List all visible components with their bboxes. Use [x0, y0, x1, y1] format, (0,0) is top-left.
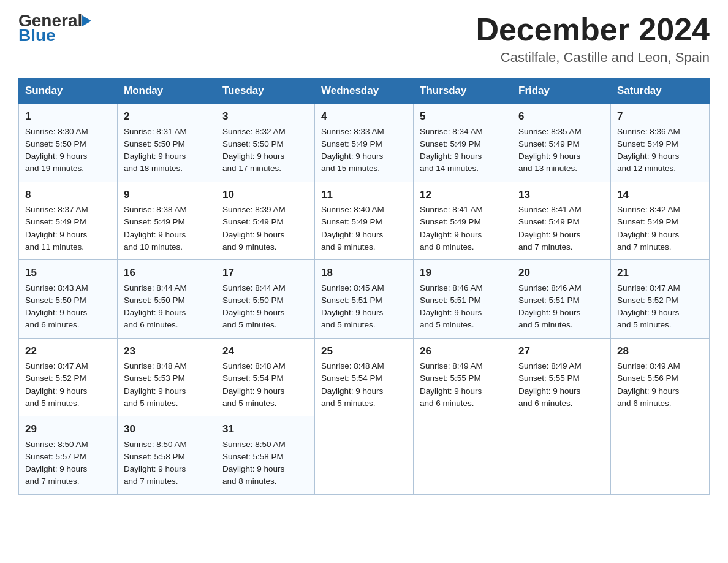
daylight-label: Daylight: 9 hours [124, 308, 186, 317]
calendar-cell [512, 416, 611, 495]
sunrise-label: Sunrise: 8:50 AM [25, 440, 88, 449]
day-number: 6 [518, 109, 604, 124]
day-number: 27 [518, 343, 604, 359]
calendar-cell: 28 Sunrise: 8:49 AM Sunset: 5:56 PM Dayl… [611, 338, 710, 416]
sunset-label: Sunset: 5:49 PM [25, 217, 86, 226]
calendar-cell: 1 Sunrise: 8:30 AM Sunset: 5:50 PM Dayli… [19, 104, 118, 182]
sunrise-label: Sunrise: 8:49 AM [420, 361, 483, 370]
daylight-cont: and 13 minutes. [518, 164, 577, 173]
day-number: 24 [222, 343, 308, 359]
page-header: General Blue December 2024 Castilfale, C… [18, 12, 710, 66]
day-number: 12 [420, 187, 506, 203]
col-tuesday: Tuesday [216, 79, 315, 104]
calendar-cell: 3 Sunrise: 8:32 AM Sunset: 5:50 PM Dayli… [216, 104, 315, 182]
sunset-label: Sunset: 5:49 PM [617, 217, 678, 226]
sunset-label: Sunset: 5:53 PM [124, 373, 185, 383]
sunset-label: Sunset: 5:49 PM [617, 139, 678, 148]
daylight-label: Daylight: 9 hours [321, 308, 383, 317]
calendar-cell [611, 416, 710, 495]
day-number: 8 [25, 187, 111, 203]
sunset-label: Sunset: 5:51 PM [518, 296, 580, 305]
daylight-cont: and 15 minutes. [321, 164, 380, 173]
sunrise-label: Sunrise: 8:37 AM [25, 205, 88, 214]
day-number: 19 [420, 265, 506, 281]
sunset-label: Sunset: 5:58 PM [124, 452, 185, 461]
calendar-cell: 20 Sunrise: 8:46 AM Sunset: 5:51 PM Dayl… [512, 260, 611, 339]
daylight-cont: and 6 minutes. [420, 399, 474, 408]
daylight-label: Daylight: 9 hours [222, 308, 284, 317]
sunset-label: Sunset: 5:49 PM [321, 217, 382, 226]
daylight-label: Daylight: 9 hours [222, 230, 284, 239]
calendar-table: Sunday Monday Tuesday Wednesday Thursday… [18, 78, 710, 495]
calendar-cell: 30 Sunrise: 8:50 AM Sunset: 5:58 PM Dayl… [118, 416, 216, 495]
daylight-cont: and 10 minutes. [124, 242, 183, 251]
daylight-label: Daylight: 9 hours [420, 151, 482, 161]
daylight-label: Daylight: 9 hours [617, 308, 679, 317]
sunrise-label: Sunrise: 8:33 AM [321, 127, 384, 136]
sunset-label: Sunset: 5:51 PM [321, 296, 382, 305]
calendar-week-row: 8 Sunrise: 8:37 AM Sunset: 5:49 PM Dayli… [19, 182, 710, 260]
sunrise-label: Sunrise: 8:48 AM [321, 361, 384, 370]
daylight-label: Daylight: 9 hours [124, 151, 186, 161]
day-number: 4 [321, 109, 407, 124]
calendar-cell: 29 Sunrise: 8:50 AM Sunset: 5:57 PM Dayl… [19, 416, 118, 495]
sunset-label: Sunset: 5:49 PM [420, 217, 481, 226]
day-number: 17 [222, 265, 308, 281]
sunrise-label: Sunrise: 8:30 AM [25, 127, 88, 136]
day-number: 28 [617, 343, 703, 359]
daylight-label: Daylight: 9 hours [25, 308, 87, 317]
logo-arrow-icon [82, 15, 91, 26]
day-number: 16 [124, 265, 210, 281]
col-monday: Monday [118, 79, 216, 104]
daylight-cont: and 5 minutes. [617, 320, 672, 329]
sunset-label: Sunset: 5:50 PM [124, 296, 185, 305]
calendar-cell [315, 416, 414, 495]
sunset-label: Sunset: 5:56 PM [617, 373, 678, 383]
calendar-cell: 2 Sunrise: 8:31 AM Sunset: 5:50 PM Dayli… [118, 104, 216, 182]
sunrise-label: Sunrise: 8:35 AM [518, 127, 582, 136]
day-number: 23 [124, 343, 210, 359]
daylight-label: Daylight: 9 hours [222, 151, 284, 161]
calendar-cell: 10 Sunrise: 8:39 AM Sunset: 5:49 PM Dayl… [216, 182, 315, 260]
daylight-cont: and 12 minutes. [617, 164, 676, 173]
daylight-cont: and 7 minutes. [518, 242, 573, 251]
daylight-cont: and 5 minutes. [518, 320, 573, 329]
daylight-label: Daylight: 9 hours [25, 151, 87, 161]
col-saturday: Saturday [611, 79, 710, 104]
sunrise-label: Sunrise: 8:40 AM [321, 205, 384, 214]
sunrise-label: Sunrise: 8:44 AM [222, 283, 286, 293]
day-number: 11 [321, 187, 407, 203]
calendar-header-row: Sunday Monday Tuesday Wednesday Thursday… [19, 79, 710, 104]
daylight-cont: and 6 minutes. [124, 320, 178, 329]
daylight-label: Daylight: 9 hours [321, 151, 383, 161]
sunset-label: Sunset: 5:50 PM [222, 296, 284, 305]
daylight-cont: and 5 minutes. [25, 399, 80, 408]
day-number: 9 [124, 187, 210, 203]
daylight-cont: and 19 minutes. [25, 164, 84, 173]
day-number: 15 [25, 265, 111, 281]
day-number: 25 [321, 343, 407, 359]
daylight-label: Daylight: 9 hours [25, 230, 87, 239]
daylight-label: Daylight: 9 hours [124, 386, 186, 396]
day-number: 29 [25, 421, 111, 437]
daylight-cont: and 17 minutes. [222, 164, 281, 173]
calendar-cell: 13 Sunrise: 8:41 AM Sunset: 5:49 PM Dayl… [512, 182, 611, 260]
calendar-cell: 4 Sunrise: 8:33 AM Sunset: 5:49 PM Dayli… [315, 104, 414, 182]
sunset-label: Sunset: 5:49 PM [222, 217, 284, 226]
calendar-cell: 11 Sunrise: 8:40 AM Sunset: 5:49 PM Dayl… [315, 182, 414, 260]
calendar-cell: 21 Sunrise: 8:47 AM Sunset: 5:52 PM Dayl… [611, 260, 710, 339]
daylight-label: Daylight: 9 hours [518, 151, 580, 161]
daylight-label: Daylight: 9 hours [420, 386, 482, 396]
sunset-label: Sunset: 5:50 PM [124, 139, 185, 148]
daylight-cont: and 8 minutes. [420, 242, 474, 251]
daylight-cont: and 6 minutes. [617, 399, 672, 408]
daylight-cont: and 5 minutes. [222, 399, 277, 408]
sunset-label: Sunset: 5:50 PM [25, 139, 86, 148]
day-number: 18 [321, 265, 407, 281]
main-title: December 2024 [476, 12, 710, 47]
sunset-label: Sunset: 5:54 PM [321, 373, 382, 383]
col-sunday: Sunday [19, 79, 118, 104]
calendar-cell: 23 Sunrise: 8:48 AM Sunset: 5:53 PM Dayl… [118, 338, 216, 416]
calendar-cell: 5 Sunrise: 8:34 AM Sunset: 5:49 PM Dayli… [414, 104, 512, 182]
calendar-cell: 8 Sunrise: 8:37 AM Sunset: 5:49 PM Dayli… [19, 182, 118, 260]
